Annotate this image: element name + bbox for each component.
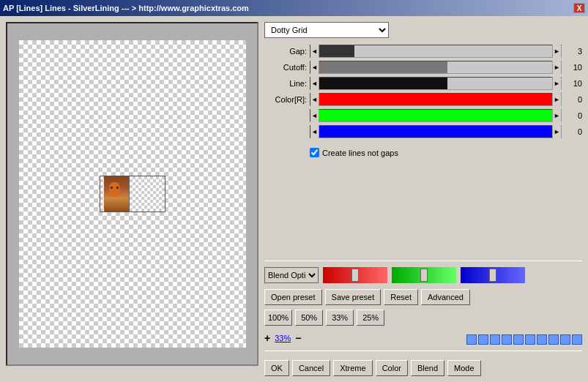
preset-select[interactable]: Dotty Grid Lines Grid Dashed — [264, 22, 389, 38]
open-preset-button[interactable]: Open preset — [264, 289, 322, 305]
reset-button[interactable]: Reset — [384, 289, 418, 305]
color-g-slider-row: ◄ ► 0 — [264, 108, 582, 123]
title-text: AP [Lines] Lines - SilverLining --- > ht… — [3, 4, 249, 12]
zoom-current-value[interactable]: 33% — [273, 334, 292, 342]
zoom-minus-icon[interactable]: − — [295, 332, 301, 344]
pixel-bar — [466, 334, 582, 345]
pixel-10 — [572, 334, 582, 345]
line-label: Line: — [264, 79, 310, 88]
bottom-row: OK Cancel Xtreme Color Blend Mode — [264, 360, 582, 376]
face-eye-right — [116, 187, 119, 189]
color-g-arrow-left[interactable]: ◄ — [310, 109, 319, 122]
face-detail — [109, 182, 120, 197]
line-slider-track[interactable]: ◄ ► — [310, 77, 562, 90]
zoom-33-button[interactable]: 33% — [326, 310, 354, 326]
advanced-button[interactable]: Advanced — [421, 289, 470, 305]
pixel-2 — [478, 334, 488, 345]
pixel-4 — [502, 334, 512, 345]
color-r-arrow-right[interactable]: ► — [552, 93, 561, 106]
title-bar: AP [Lines] Lines - SilverLining --- > ht… — [0, 0, 588, 16]
xtreme-button[interactable]: Xtreme — [333, 360, 372, 376]
gap-arrow-right[interactable]: ► — [552, 45, 561, 58]
cutoff-label: Cutoff: — [264, 63, 310, 72]
blend-red-slider[interactable] — [323, 267, 387, 283]
cutoff-slider-row: Cutoff: ◄ ► 10 — [264, 60, 582, 75]
color-g-value: 0 — [562, 111, 582, 120]
blend-red-thumb — [351, 269, 359, 282]
color-b-slider-track[interactable]: ◄ ► — [310, 125, 562, 138]
color-b-arrow-right[interactable]: ► — [552, 125, 561, 138]
cutoff-arrow-right[interactable]: ► — [552, 61, 561, 74]
gap-slider-track[interactable]: ◄ ► — [310, 45, 562, 58]
zoom-row: 100% 50% 33% 25% — [264, 310, 582, 326]
preset-row: Dotty Grid Lines Grid Dashed — [264, 22, 582, 38]
color-b-arrow-left[interactable]: ◄ — [310, 125, 319, 138]
gap-fill-area — [319, 45, 552, 57]
ok-button[interactable]: OK — [264, 360, 289, 376]
canvas-image — [100, 176, 165, 212]
save-preset-button[interactable]: Save preset — [325, 289, 382, 305]
gap-value: 3 — [562, 47, 582, 56]
spacer1 — [264, 165, 582, 255]
zoom-plus-icon[interactable]: + — [264, 332, 270, 344]
blend-blue-slider[interactable] — [461, 267, 525, 283]
gap-label: Gap: — [264, 47, 310, 56]
close-button[interactable]: X — [573, 3, 585, 13]
color-g-fill-bar — [319, 110, 552, 121]
cutoff-value: 10 — [562, 63, 582, 72]
zoom-50-button[interactable]: 50% — [295, 310, 323, 326]
color-b-fill-area — [319, 126, 552, 138]
blend-green-slider[interactable] — [392, 267, 456, 283]
color-g-slider-track[interactable]: ◄ ► — [310, 109, 562, 122]
cutoff-fill-area — [319, 61, 552, 73]
pixel-7 — [537, 334, 547, 345]
line-fill-bar — [319, 78, 447, 89]
zoom-25-button[interactable]: 25% — [357, 310, 384, 326]
cancel-button[interactable]: Cancel — [292, 360, 330, 376]
color-button[interactable]: Color — [376, 360, 408, 376]
blend-select[interactable]: Blend Opti — [264, 267, 319, 283]
color-r-arrow-left[interactable]: ◄ — [310, 93, 319, 106]
sliders-section: Gap: ◄ ► 3 Cutoff: ◄ ► — [264, 44, 582, 141]
pixel-8 — [548, 334, 559, 345]
buttons-row: Open preset Save preset Reset Advanced — [264, 289, 582, 305]
gap-fill-bar — [319, 45, 354, 57]
gap-arrow-left[interactable]: ◄ — [310, 45, 319, 58]
pixel-5 — [513, 334, 524, 345]
color-r-slider-row: Color[R]: ◄ ► 0 — [264, 92, 582, 107]
color-b-value: 0 — [562, 127, 582, 136]
color-r-fill-area — [319, 94, 552, 105]
zoom-100-button[interactable]: 100% — [264, 310, 292, 326]
line-value: 10 — [562, 79, 582, 88]
gap-slider-row: Gap: ◄ ► 3 — [264, 44, 582, 59]
line-arrow-right[interactable]: ► — [552, 77, 561, 90]
color-g-arrow-right[interactable]: ► — [552, 109, 561, 122]
mode-button[interactable]: Mode — [447, 360, 481, 376]
color-g-fill-area — [319, 110, 552, 121]
create-lines-label: Create lines not gaps — [322, 149, 398, 157]
pixel-1 — [466, 334, 477, 345]
checkbox-row: Create lines not gaps — [264, 148, 582, 157]
canvas-image-inner — [100, 176, 165, 211]
line-arrow-left[interactable]: ◄ — [310, 77, 319, 90]
cutoff-arrow-left[interactable]: ◄ — [310, 61, 319, 74]
separator2 — [264, 351, 582, 351]
canvas-inner — [19, 40, 246, 348]
face-eye-left — [111, 187, 113, 189]
cutoff-slider-track[interactable]: ◄ ► — [310, 61, 562, 74]
main-content: Dotty Grid Lines Grid Dashed Gap: ◄ ► 3 — [0, 16, 588, 382]
cutoff-fill-bar — [319, 61, 447, 73]
color-r-label: Color[R]: — [264, 95, 310, 104]
color-r-value: 0 — [562, 95, 582, 104]
line-fill-area — [319, 78, 552, 89]
canvas-area — [6, 22, 258, 366]
blend-button[interactable]: Blend — [411, 360, 444, 376]
zoom-plus-minus: + 33% − — [264, 332, 301, 344]
create-lines-checkbox[interactable] — [310, 148, 319, 157]
line-slider-row: Line: ◄ ► 10 — [264, 76, 582, 91]
color-r-slider-track[interactable]: ◄ ► — [310, 93, 562, 106]
pixel-3 — [490, 334, 500, 345]
color-b-slider-row: ◄ ► 0 — [264, 124, 582, 139]
color-r-fill-bar — [319, 94, 552, 105]
separator1 — [264, 261, 582, 261]
